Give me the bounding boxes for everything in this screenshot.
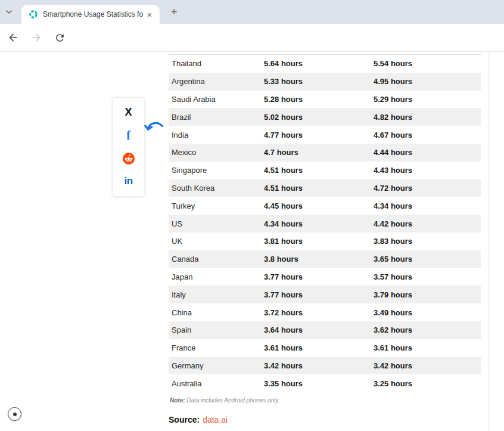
linkedin-icon: in [124, 175, 132, 187]
country-name: Saudi Arabia [169, 95, 264, 104]
usage-value: 3.49 hours [374, 308, 481, 317]
table-row: South Korea4.51 hours4.72 hours [169, 179, 481, 197]
table-row: Mexico4.7 hours4.44 hours [169, 144, 481, 162]
target-widget-button[interactable] [8, 407, 21, 421]
usage-value: 3.61 hours [264, 343, 374, 352]
table-row: Argentina5.33 hours4.95 hours [169, 73, 481, 91]
table-row: Turkey4.45 hours4.34 hours [169, 197, 481, 215]
usage-value: 3.25 hours [374, 379, 481, 388]
x-twitter-icon: X [125, 106, 132, 119]
table-row: Spain3.64 hours3.62 hours [169, 321, 481, 339]
usage-value: 3.83 hours [374, 237, 481, 246]
country-name: Singapore [169, 166, 264, 175]
usage-value: 5.29 hours [374, 95, 481, 104]
source-line: Source:data.ai [169, 415, 228, 424]
source-link[interactable]: data.ai [203, 415, 228, 424]
browser-tab[interactable]: Smartphone Usage Statistics fo × [21, 5, 160, 24]
country-name: Brazil [169, 113, 264, 122]
browser-toolbar: backlinko.com/smartphone-usage-statistic… [0, 24, 504, 52]
usage-value: 4.34 hours [264, 219, 374, 228]
country-name: Germany [169, 361, 264, 370]
note-text: Data includes Android phones only. [185, 397, 280, 404]
country-name: Italy [169, 290, 264, 299]
country-name: India [169, 131, 264, 139]
usage-value: 4.72 hours [374, 184, 481, 193]
back-arrow-icon [7, 32, 19, 44]
usage-value: 3.42 hours [264, 361, 374, 370]
country-name: Canada [169, 255, 264, 263]
usage-value: 3.65 hours [374, 255, 481, 263]
share-reddit-button[interactable] [117, 150, 140, 167]
table-row: Japan3.77 hours3.57 hours [169, 268, 481, 286]
usage-value: 5.64 hours [264, 59, 374, 68]
drawn-arrow-annotation-icon [143, 120, 166, 143]
country-name: Australia [169, 379, 264, 388]
table-row: Canada3.8 hours3.65 hours [169, 250, 481, 268]
usage-value: 4.77 hours [264, 131, 374, 139]
usage-value: 5.28 hours [264, 95, 374, 104]
usage-value: 3.64 hours [264, 325, 374, 334]
usage-value: 3.8 hours [264, 255, 374, 263]
usage-value: 3.57 hours [374, 272, 481, 281]
usage-value: 4.7 hours [264, 148, 374, 157]
country-name: Turkey [169, 201, 264, 210]
country-name: France [169, 343, 264, 352]
new-tab-button[interactable]: + [168, 6, 180, 18]
source-label: Source: [169, 415, 200, 424]
usage-value: 4.67 hours [374, 131, 481, 139]
table-row: Brazil5.02 hours4.82 hours [169, 108, 481, 126]
usage-value: 4.44 hours [374, 148, 481, 157]
table-row: Australia3.35 hours3.25 hours [169, 374, 481, 392]
usage-value: 4.82 hours [374, 113, 481, 122]
reddit-icon [123, 153, 135, 165]
table-row: Thailand5.64 hours5.54 hours [169, 55, 481, 73]
country-name: South Korea [169, 184, 264, 193]
tab-search-chevron[interactable] [4, 7, 14, 17]
usage-value: 5.54 hours [374, 59, 481, 68]
usage-value: 3.62 hours [374, 325, 481, 334]
country-name: Thailand [169, 59, 264, 68]
backlinko-favicon-icon [29, 10, 38, 19]
country-name: Mexico [169, 148, 264, 157]
usage-value: 3.35 hours [264, 379, 374, 388]
country-name: Japan [169, 272, 264, 281]
browser-window: Smartphone Usage Statistics fo × + [0, 0, 504, 431]
table-row: Saudi Arabia5.28 hours5.29 hours [169, 91, 481, 108]
usage-value: 3.61 hours [374, 343, 481, 352]
usage-value: 3.77 hours [264, 272, 374, 281]
country-name: China [169, 308, 264, 317]
country-name: Spain [169, 325, 264, 334]
country-name: US [169, 219, 264, 228]
usage-value: 3.81 hours [264, 237, 374, 246]
usage-value: 4.43 hours [374, 166, 481, 175]
table-row: France3.61 hours3.61 hours [169, 339, 481, 357]
content-right-border [489, 52, 489, 431]
table-note: Note: Data includes Android phones only. [170, 397, 280, 404]
table-row: China3.72 hours3.49 hours [169, 303, 481, 321]
reload-button[interactable] [49, 27, 70, 48]
usage-value: 3.42 hours [374, 361, 481, 370]
target-dot-icon [13, 413, 17, 416]
tab-strip: Smartphone Usage Statistics fo × + [0, 0, 504, 24]
country-name: Argentina [169, 77, 264, 86]
usage-value: 4.95 hours [374, 77, 481, 86]
share-linkedin-button[interactable]: in [117, 173, 140, 190]
table-row: India4.77 hours4.67 hours [169, 126, 481, 144]
usage-value: 3.72 hours [264, 308, 374, 317]
tab-close-icon[interactable]: × [144, 9, 155, 20]
share-x-button[interactable]: X [117, 104, 140, 121]
reload-icon [54, 32, 66, 44]
table-row: US4.34 hours4.42 hours [169, 215, 481, 232]
share-facebook-button[interactable]: f [117, 127, 140, 144]
usage-value: 4.34 hours [374, 201, 481, 210]
note-label: Note: [170, 397, 185, 404]
page-content: X f in [0, 52, 504, 431]
table-row: Germany3.42 hours3.42 hours [169, 357, 481, 375]
usage-value: 4.51 hours [264, 184, 374, 193]
forward-button[interactable] [26, 27, 46, 48]
usage-value: 3.77 hours [264, 290, 374, 299]
forward-arrow-icon [30, 32, 42, 44]
back-button[interactable] [3, 27, 23, 48]
country-name: UK [169, 237, 264, 246]
usage-value: 5.33 hours [264, 77, 374, 86]
